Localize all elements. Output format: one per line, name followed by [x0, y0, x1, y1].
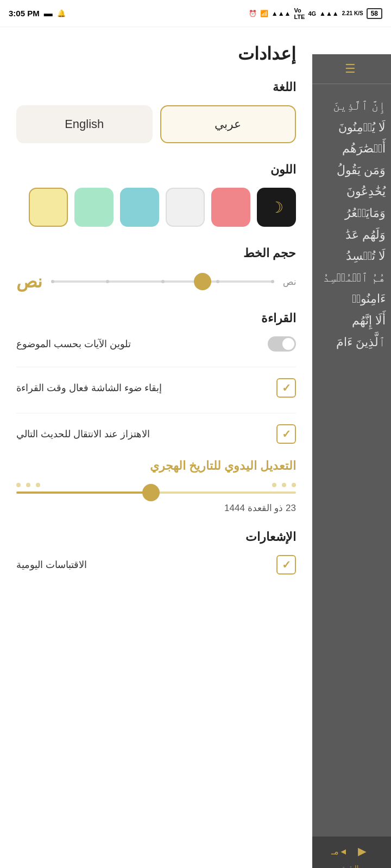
divider-2: [16, 413, 296, 413]
check-icon-3: ✓: [282, 558, 291, 571]
color-swatch-black[interactable]: ☽: [257, 188, 296, 227]
lte-label: VoLTE: [294, 7, 305, 20]
screen-checkbox[interactable]: ✓: [276, 378, 296, 398]
daily-quotes-checkbox[interactable]: ✓: [276, 555, 296, 575]
surah-label: البقرة: [314, 864, 387, 868]
reading-section: القراءة تلوين الآيات بحسب الموضوع ✓ إبقا…: [16, 311, 296, 444]
font-size-slider[interactable]: [51, 280, 274, 283]
reading-option-vibrate-label: الاهتزاز عند الانتقال للحديث التالي: [16, 428, 150, 440]
status-time: 3:05 PM: [9, 9, 40, 18]
hijri-section: التعديل اليدوي للتاريخ الهجري: [16, 459, 296, 514]
color-swatch-white[interactable]: [166, 188, 205, 227]
language-section: اللغة عربي English: [16, 80, 296, 143]
quran-text: إِنَّ ٱلَّذِينَ لَا يُؤۡمِنُونَ أَبۡصَٰر…: [310, 84, 391, 363]
hijri-slider-container[interactable]: [16, 482, 296, 494]
check-icon-2: ✓: [282, 427, 291, 441]
color-section: اللون ☽: [16, 163, 296, 227]
font-size-thumb[interactable]: [194, 273, 211, 290]
signal-icon: ▲▲▲: [272, 10, 291, 17]
sidebar-bottom-area: مـ◄ ► البقرة تصفح: [310, 837, 391, 868]
font-size-section: حجم الخط نص نص: [16, 246, 296, 292]
reading-option-vibrate: ✓ الاهتزاز عند الانتقال للحديث التالي: [16, 424, 296, 444]
hijri-date-label: 23 ذو القعدة 1444: [16, 502, 296, 514]
hijri-slider-thumb[interactable]: [142, 484, 160, 501]
sidebar-top-icons: ☰: [310, 54, 391, 84]
divider-1: [16, 367, 296, 367]
hamburger-icon[interactable]: ☰: [345, 62, 356, 76]
hijri-slider-track[interactable]: [16, 492, 296, 494]
color-section-title: اللون: [16, 163, 296, 177]
reading-section-title: القراءة: [16, 311, 296, 326]
speed-label: 2.21 K/S: [342, 10, 363, 16]
page-title: إعدادات: [16, 43, 296, 64]
reading-option-coloring: تلوين الآيات بحسب الموضوع: [16, 336, 296, 352]
4g-label: 4G: [308, 10, 316, 17]
status-bar: 3:05 PM ▬ 🔔 ⏰ 📶 ▲▲▲ VoLTE 4G ▲▲▲ 2.21 K/…: [0, 0, 391, 27]
color-swatch-pink[interactable]: [211, 188, 250, 227]
font-size-demo: نص نص: [16, 271, 296, 292]
language-buttons: عربي English: [16, 105, 296, 143]
screen-icon: ▬: [44, 9, 53, 18]
reading-option-screen: ✓ إبقاء ضوء الشاشة فعال وقت القراءة: [16, 378, 296, 398]
quran-sidebar: ☰ إِنَّ ٱلَّذِينَ لَا يُؤۡمِنُونَ أَبۡصَ…: [310, 54, 391, 868]
settings-panel: إعدادات اللغة عربي English اللون ☽: [0, 27, 312, 868]
color-swatches: ☽: [16, 188, 296, 227]
font-small-label: نص: [283, 277, 296, 287]
color-swatch-green[interactable]: [74, 188, 113, 227]
language-section-title: اللغة: [16, 80, 296, 94]
hijri-section-title: التعديل اليدوي للتاريخ الهجري: [16, 459, 296, 473]
english-language-button[interactable]: English: [16, 105, 153, 143]
wifi-icon: 📶: [260, 10, 268, 17]
font-large-label: نص: [16, 271, 42, 292]
check-icon: ✓: [282, 381, 291, 394]
status-left: 3:05 PM ▬ 🔔: [9, 9, 66, 18]
notification-daily-quotes: ✓ الاقتباسات اليومية: [16, 555, 296, 575]
daily-quotes-label: الاقتباسات اليومية: [16, 559, 87, 571]
battery-icon: 58: [367, 8, 382, 19]
color-swatch-teal[interactable]: [120, 188, 159, 227]
signal2-icon: ▲▲▲: [319, 10, 339, 17]
moon-icon: ☽: [270, 199, 283, 216]
play-icon[interactable]: ►: [355, 843, 369, 860]
toggle-knob: [282, 338, 294, 350]
coloring-toggle[interactable]: [268, 336, 296, 352]
alarm-icon: ⏰: [249, 10, 257, 17]
sidebar-label-text: مـ◄: [331, 846, 348, 857]
font-size-section-title: حجم الخط: [16, 246, 296, 260]
arabic-language-button[interactable]: عربي: [160, 105, 297, 143]
notifications-section: الإشعارات ✓ الاقتباسات اليومية: [16, 530, 296, 575]
vibrate-checkbox[interactable]: ✓: [276, 424, 296, 444]
notify-icon: 🔔: [57, 9, 66, 17]
color-swatch-yellow[interactable]: [29, 188, 68, 227]
notifications-section-title: الإشعارات: [16, 530, 296, 544]
reading-option-screen-label: إبقاء ضوء الشاشة فعال وقت القراءة: [16, 382, 162, 394]
status-right: ⏰ 📶 ▲▲▲ VoLTE 4G ▲▲▲ 2.21 K/S 58: [249, 7, 382, 20]
reading-option-coloring-label: تلوين الآيات بحسب الموضوع: [16, 338, 131, 350]
